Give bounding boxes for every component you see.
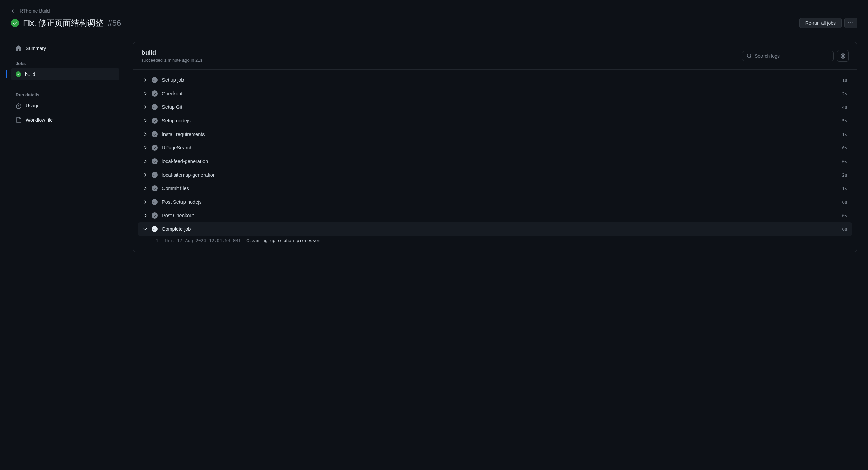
step-name: Commit files [162, 186, 838, 191]
step-row[interactable]: Setup Git4s [138, 100, 852, 114]
step-name: local-feed-generation [162, 159, 838, 164]
step-row[interactable]: local-feed-generation0s [138, 155, 852, 168]
step-duration: 0s [842, 200, 847, 205]
sidebar-item-label: build [25, 71, 35, 77]
step-name: Setup Git [162, 104, 838, 110]
step-name: Post Checkout [162, 213, 838, 218]
check-circle-icon [152, 199, 158, 205]
job-panel: build succeeded 1 minute ago in 21s Set … [133, 42, 857, 252]
step-duration: 0s [842, 227, 847, 232]
step-duration: 1s [842, 78, 847, 83]
step-row[interactable]: Set up job1s [138, 73, 852, 87]
check-circle-icon [152, 172, 158, 178]
chevron-right-icon [143, 132, 148, 137]
page-title: Fix. 修正页面结构调整 #56 [11, 18, 121, 28]
step-duration: 2s [842, 172, 847, 178]
log-timestamp: Thu, 17 Aug 2023 12:04:54 GMT [164, 238, 241, 243]
sidebar-item-label: Workflow file [26, 117, 53, 123]
chevron-right-icon [143, 186, 148, 191]
step-row[interactable]: Setup nodejs5s [138, 114, 852, 127]
sidebar-item-label: Summary [26, 46, 46, 51]
step-row[interactable]: Install requirements1s [138, 127, 852, 141]
status-success-icon [11, 19, 19, 27]
arrow-left-icon [11, 8, 16, 14]
step-name: RPageSearch [162, 145, 838, 150]
step-row[interactable]: Complete job0s [138, 222, 852, 236]
log-settings-button[interactable] [837, 50, 849, 62]
check-circle-icon [152, 77, 158, 83]
step-name: Setup nodejs [162, 118, 838, 123]
check-circle-icon [152, 118, 158, 124]
run-details-heading: Run details [11, 87, 119, 99]
chevron-down-icon [143, 227, 148, 231]
sidebar-item-workflow-file[interactable]: Workflow file [11, 114, 119, 126]
step-name: Post Setup nodejs [162, 199, 838, 205]
step-name: Checkout [162, 91, 838, 96]
file-icon [16, 117, 22, 123]
step-duration: 0s [842, 159, 847, 164]
chevron-right-icon [143, 105, 148, 109]
sidebar-item-usage[interactable]: Usage [11, 99, 119, 112]
run-number: #56 [108, 18, 121, 28]
step-duration: 0s [842, 145, 847, 150]
chevron-right-icon [143, 200, 148, 204]
step-duration: 1s [842, 132, 847, 137]
log-line: 1Thu, 17 Aug 2023 12:04:54 GMTCleaning u… [138, 236, 852, 245]
sidebar-item-label: Usage [26, 103, 39, 108]
job-meta: succeeded 1 minute ago in 21s [141, 58, 202, 63]
check-circle-icon [152, 104, 158, 110]
breadcrumb-label: RTheme Build [20, 8, 50, 14]
search-icon [747, 53, 752, 59]
step-duration: 2s [842, 91, 847, 96]
chevron-right-icon [143, 213, 148, 218]
gear-icon [840, 53, 846, 59]
step-name: Complete job [162, 226, 838, 232]
title-text: Fix. 修正页面结构调整 [23, 18, 103, 28]
log-line-number: 1 [152, 238, 158, 243]
chevron-right-icon [143, 145, 148, 150]
step-row[interactable]: Commit files1s [138, 182, 852, 195]
step-row[interactable]: local-sitemap-generation2s [138, 168, 852, 182]
chevron-right-icon [143, 159, 148, 164]
step-duration: 4s [842, 105, 847, 110]
step-name: local-sitemap-generation [162, 172, 838, 178]
check-circle-icon [152, 145, 158, 151]
step-duration: 5s [842, 118, 847, 123]
sidebar-item-summary[interactable]: Summary [11, 42, 119, 55]
chevron-right-icon [143, 91, 148, 96]
more-actions-button[interactable] [844, 18, 857, 28]
chevron-right-icon [143, 78, 148, 82]
step-row[interactable]: Checkout2s [138, 87, 852, 100]
stopwatch-icon [16, 103, 22, 109]
sidebar-item-job-build[interactable]: build [11, 68, 119, 80]
chevron-right-icon [143, 172, 148, 177]
divider [11, 84, 119, 84]
step-row[interactable]: Post Setup nodejs0s [138, 195, 852, 209]
breadcrumb[interactable]: RTheme Build [11, 8, 857, 14]
check-circle-icon [152, 185, 158, 191]
search-logs-input[interactable] [755, 53, 829, 59]
search-logs-input-wrapper[interactable] [742, 51, 834, 61]
check-circle-icon [152, 212, 158, 219]
check-circle-icon [152, 90, 158, 97]
step-duration: 1s [842, 186, 847, 191]
step-row[interactable]: RPageSearch0s [138, 141, 852, 155]
step-name: Set up job [162, 77, 838, 83]
home-icon [16, 45, 22, 52]
step-duration: 0s [842, 213, 847, 218]
check-circle-icon [16, 71, 21, 77]
step-row[interactable]: Post Checkout0s [138, 209, 852, 222]
jobs-heading: Jobs [11, 56, 119, 68]
step-name: Install requirements [162, 131, 838, 137]
rerun-all-jobs-button[interactable]: Re-run all jobs [799, 18, 842, 28]
check-circle-icon [152, 158, 158, 164]
check-circle-icon [152, 131, 158, 137]
check-circle-icon [152, 226, 158, 232]
kebab-icon [848, 20, 853, 26]
log-message: Cleaning up orphan processes [246, 238, 321, 243]
job-name: build [141, 49, 202, 56]
chevron-right-icon [143, 118, 148, 123]
